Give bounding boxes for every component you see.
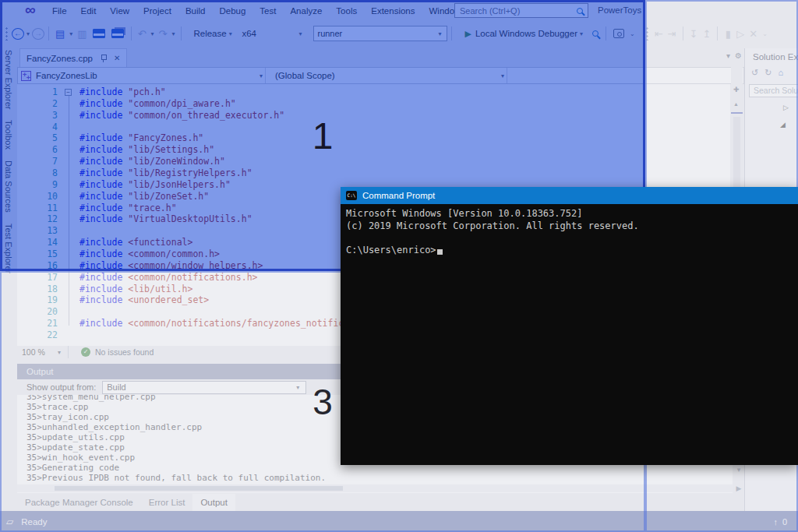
command-prompt-terminal[interactable]: Microsoft Windows [Version 10.0.18363.75… [341, 204, 798, 465]
terminal-line: Microsoft Windows [Version 10.0.18363.75… [346, 208, 798, 220]
screen: ∞ FileEditViewProjectBuildDebugTestAnaly… [0, 0, 798, 532]
command-prompt-title-bar[interactable]: C:\ Command Prompt [341, 187, 798, 204]
command-prompt-title: Command Prompt [362, 191, 435, 200]
terminal-line: (c) 2019 Microsoft Corporation. All righ… [346, 220, 798, 233]
terminal-prompt-line: C:\Users\enrico> [346, 245, 798, 257]
terminal-output: Microsoft Windows [Version 10.0.18363.75… [346, 208, 798, 245]
command-prompt-window: C:\ Command Prompt Microsoft Windows [Ve… [341, 187, 798, 465]
zone-number-3: 3 [312, 381, 333, 423]
command-prompt-icon: C:\ [346, 191, 357, 200]
terminal-line [346, 232, 798, 245]
zone-number-1: 1 [312, 115, 334, 157]
terminal-cursor [437, 249, 443, 255]
